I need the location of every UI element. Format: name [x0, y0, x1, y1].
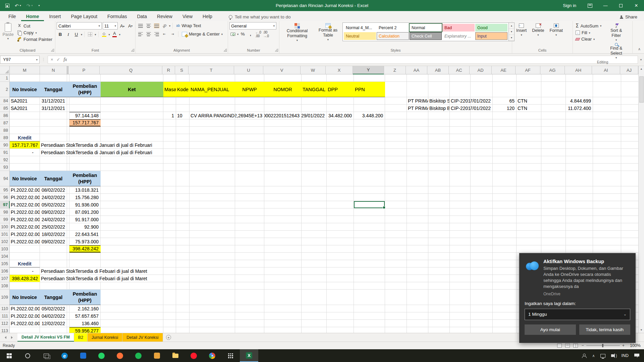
cell-M111[interactable]: PI.2022.02.00001 [10, 312, 40, 320]
cell-U99[interactable] [235, 216, 264, 223]
cut-button[interactable]: Cut [15, 23, 54, 29]
column-header-P[interactable]: P [68, 66, 100, 74]
row-header-105[interactable]: 105 [0, 260, 10, 267]
cell-AE103[interactable] [493, 245, 517, 253]
cell-T103[interactable] [190, 245, 235, 253]
cell-AH97[interactable] [566, 201, 593, 208]
cell-T100[interactable] [190, 223, 235, 231]
cell-AG99[interactable] [541, 216, 566, 223]
cell-P94[interactable]: Pembelian (HPP) [69, 171, 101, 186]
column-header-U[interactable]: U [234, 66, 263, 74]
cell-AE100[interactable] [493, 223, 517, 231]
cell-AG88[interactable] [541, 127, 566, 134]
cell-M105[interactable]: Kredit [10, 260, 40, 267]
cell-U112[interactable] [235, 320, 264, 327]
row-header-85[interactable]: 85 [0, 105, 10, 112]
cell-AE104[interactable] [493, 253, 517, 260]
cell-AJ94[interactable] [621, 171, 639, 186]
cell-V103[interactable] [264, 245, 302, 253]
cell-AI92[interactable] [593, 156, 621, 164]
cell-AC88[interactable] [450, 127, 471, 134]
cell-Z93[interactable] [385, 164, 407, 171]
column-header-N[interactable]: N [40, 66, 67, 74]
cell-AD91[interactable] [471, 149, 493, 156]
cell-style-bad[interactable]: Bad [442, 24, 475, 32]
cell-S112[interactable] [176, 320, 190, 327]
remind-interval-select[interactable]: 1 Minggu ⌄ [525, 309, 630, 320]
cell-AE88[interactable] [493, 127, 517, 134]
zoom-slider[interactable] [586, 345, 620, 346]
cell-Q88[interactable] [101, 127, 163, 134]
cell-S108[interactable] [176, 282, 190, 290]
cell-X113[interactable] [327, 327, 354, 333]
cell-AD110[interactable] [471, 305, 493, 312]
cell-W92[interactable] [302, 156, 327, 164]
cell-M108[interactable] [10, 282, 40, 290]
cell-O85[interactable] [67, 105, 69, 112]
cell-N88[interactable] [40, 127, 67, 134]
cell-AJ90[interactable] [621, 141, 639, 149]
cell-O102[interactable] [67, 238, 69, 245]
cell-AE91[interactable] [493, 149, 517, 156]
cell-AJ2[interactable] [621, 82, 639, 97]
cell-AH93[interactable] [566, 164, 593, 171]
cell-R104[interactable] [163, 253, 176, 260]
cell-AC109[interactable] [450, 290, 471, 305]
cell-W99[interactable] [302, 216, 327, 223]
cell-AA100[interactable] [407, 223, 428, 231]
cell-Y108[interactable] [354, 282, 385, 290]
cell-AA94[interactable] [407, 171, 428, 186]
cell-AJ1[interactable] [621, 74, 639, 82]
cell-AJ85[interactable] [621, 105, 639, 112]
chrome-icon[interactable] [203, 349, 221, 362]
cell-Q113[interactable] [101, 327, 163, 333]
cell-AC87[interactable] [450, 119, 471, 127]
cell-R95[interactable] [163, 186, 176, 194]
cell-AG103[interactable] [541, 245, 566, 253]
cell-AD104[interactable] [471, 253, 493, 260]
cell-AA1[interactable] [407, 74, 428, 82]
cell-style-percent-2[interactable]: Percent 2 [377, 24, 409, 32]
cell-AD97[interactable] [471, 201, 493, 208]
zoom-in-icon[interactable]: + [622, 343, 625, 348]
cell-AB106[interactable] [428, 267, 450, 275]
cell-O100[interactable] [67, 223, 69, 231]
cell-X112[interactable] [327, 320, 354, 327]
column-header-AH[interactable]: AH [565, 66, 592, 74]
cell-X92[interactable] [327, 156, 354, 164]
cell-AE111[interactable] [493, 312, 517, 320]
cell-N93[interactable] [40, 164, 67, 171]
cell-T91[interactable] [190, 149, 235, 156]
cell-AD88[interactable] [471, 127, 493, 134]
row-header-1[interactable]: 1 [0, 74, 10, 82]
cell-AE97[interactable] [493, 201, 517, 208]
cell-Y93[interactable] [354, 164, 385, 171]
cell-AA101[interactable] [407, 231, 428, 238]
cell-V101[interactable] [264, 231, 302, 238]
cell-X101[interactable] [327, 231, 354, 238]
cell-Q89[interactable] [101, 134, 163, 141]
cell-V92[interactable] [264, 156, 302, 164]
cell-AI100[interactable] [593, 223, 621, 231]
vertical-scrollbar[interactable]: ▲ ▼ [638, 66, 644, 333]
accounting-format-icon[interactable] [229, 31, 236, 38]
cell-AC2[interactable] [450, 82, 471, 97]
cell-U95[interactable] [235, 186, 264, 194]
cell-Q103[interactable] [101, 245, 163, 253]
cell-S113[interactable] [176, 327, 190, 333]
cell-P84[interactable] [69, 97, 101, 105]
cell-AG1[interactable] [541, 74, 566, 82]
cell-Z94[interactable] [385, 171, 407, 186]
cell-Q102[interactable] [101, 238, 163, 245]
cell-AG90[interactable] [541, 141, 566, 149]
column-header-AJ[interactable]: AJ [620, 66, 638, 74]
cell-O88[interactable] [67, 127, 69, 134]
cell-V94[interactable] [264, 171, 302, 186]
cell-Z101[interactable] [385, 231, 407, 238]
cell-Y102[interactable] [354, 238, 385, 245]
cell-S94[interactable] [176, 171, 190, 186]
cell-AH101[interactable] [566, 231, 593, 238]
font-dialog-launcher-icon[interactable] [131, 49, 134, 52]
cell-AH94[interactable] [566, 171, 593, 186]
cell-AB111[interactable] [428, 312, 450, 320]
